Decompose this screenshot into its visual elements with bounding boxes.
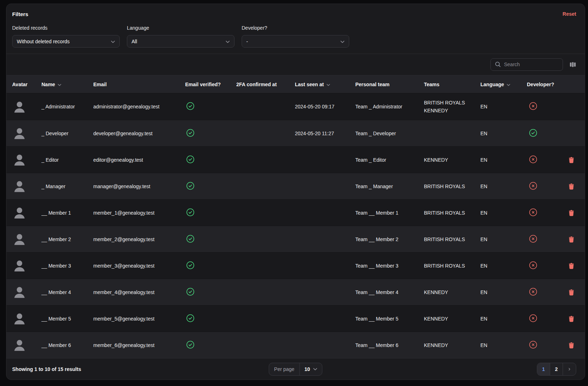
cell-teams: KENNEDY (424, 341, 480, 349)
avatar (12, 285, 27, 299)
language-select[interactable]: All (127, 35, 234, 48)
email-verified-icon (186, 182, 194, 190)
per-page-label: Per page (269, 363, 300, 375)
delete-button[interactable] (568, 156, 574, 163)
developer-no-icon (529, 155, 537, 163)
table-row[interactable]: _ Manager manager@genealogy.test Team _ … (6, 173, 585, 199)
chevron-right-icon (567, 368, 572, 371)
email-verified-icon (186, 155, 194, 163)
filter-label: Deleted records (12, 25, 120, 31)
email-verified-icon (186, 261, 194, 269)
developer-no-icon (529, 102, 537, 110)
cell-email: member_5@genealogy.test (93, 316, 185, 322)
avatar (12, 99, 27, 114)
avatar (12, 205, 27, 220)
cell-email: member_2@genealogy.test (93, 236, 185, 242)
table-row[interactable]: __ Member 1 member_1@genealogy.test Team… (6, 199, 585, 226)
filters-reset-button[interactable]: Reset (563, 11, 576, 17)
avatar (12, 232, 27, 246)
developer-select[interactable]: - (242, 35, 349, 48)
table-row[interactable]: __ Member 4 member_4@genealogy.test Team… (6, 279, 585, 305)
cell-name: __ Member 3 (41, 263, 93, 269)
developer-no-icon (529, 182, 537, 190)
cell-language: EN (480, 236, 527, 242)
cell-teams: KENNEDY (424, 288, 480, 296)
table-row[interactable]: _ Developer developer@genealogy.test 202… (6, 120, 585, 146)
search-box[interactable] (490, 58, 563, 71)
table-row[interactable]: __ Member 5 member_5@genealogy.test Team… (6, 305, 585, 332)
delete-button[interactable] (568, 209, 574, 216)
cell-email: member_1@genealogy.test (93, 210, 185, 216)
cell-personal-team: Team _ Developer (355, 131, 424, 136)
pagination: 1 2 (537, 363, 576, 376)
cell-teams: BRITISH ROYALS (424, 182, 480, 190)
cell-name: _ Manager (41, 184, 93, 189)
delete-button[interactable] (568, 289, 574, 296)
page-button-2[interactable]: 2 (550, 363, 563, 375)
col-name[interactable]: Name (41, 82, 93, 87)
cell-personal-team: Team __ Member 3 (355, 263, 424, 269)
delete-button[interactable] (568, 236, 574, 243)
cell-email: administrator@genealogy.test (93, 104, 185, 109)
select-value: - (246, 39, 248, 44)
cell-personal-team: Team _ Editor (355, 157, 424, 163)
developer-yes-icon (529, 129, 537, 137)
table-row[interactable]: __ Member 2 member_2@genealogy.test Team… (6, 226, 585, 252)
col-email-verified: Email verified? (185, 82, 236, 87)
per-page-select[interactable]: 10 (300, 363, 322, 375)
chevron-down-icon (226, 38, 230, 45)
delete-button[interactable] (568, 183, 574, 190)
results-summary: Showing 1 to 10 of 15 results (12, 366, 81, 372)
delete-button[interactable] (568, 342, 574, 349)
avatar (12, 179, 27, 194)
cell-name: __ Member 2 (41, 236, 93, 242)
search-icon (495, 61, 501, 68)
cell-email: developer@genealogy.test (93, 131, 185, 136)
developer-no-icon (529, 288, 537, 296)
cell-language: EN (480, 316, 527, 322)
table-row[interactable]: __ Member 6 member_6@genealogy.test Team… (6, 332, 585, 358)
delete-button[interactable] (568, 315, 574, 322)
cell-personal-team: Team __ Member 6 (355, 342, 424, 348)
trash-icon (568, 262, 574, 269)
email-verified-icon (186, 208, 194, 216)
sort-chevron-icon (326, 82, 330, 87)
col-language[interactable]: Language (480, 82, 527, 87)
col-avatar: Avatar (6, 82, 41, 87)
select-value: All (132, 39, 137, 44)
col-2fa-confirmed: 2FA confirmed at (236, 82, 295, 87)
email-verified-icon (186, 314, 194, 322)
next-page-button[interactable] (563, 363, 576, 375)
cell-name: __ Member 1 (41, 210, 93, 216)
email-verified-icon (186, 288, 194, 296)
cell-personal-team: Team __ Member 1 (355, 210, 424, 216)
table-row[interactable]: __ Member 3 member_3@genealogy.test Team… (6, 252, 585, 279)
sort-chevron-icon (507, 82, 510, 87)
cell-language: EN (480, 263, 527, 269)
cell-name: __ Member 6 (41, 342, 93, 348)
cell-personal-team: Team __ Member 5 (355, 316, 424, 322)
cell-language: EN (480, 131, 527, 136)
trash-icon (568, 289, 574, 296)
avatar (12, 258, 27, 273)
filter-developer: Developer? - (242, 25, 349, 48)
table-toolbar (6, 54, 585, 75)
search-input[interactable] (504, 62, 559, 67)
table-row[interactable]: _ Editor editor@genealogy.test Team _ Ed… (6, 146, 585, 173)
cell-personal-team: Team __ Member 4 (355, 289, 424, 295)
column-toggle-button[interactable] (569, 61, 576, 68)
cell-email: editor@genealogy.test (93, 157, 185, 163)
col-personal-team: Personal team (355, 82, 424, 87)
trash-icon (568, 315, 574, 322)
table-footer: Showing 1 to 10 of 15 results Per page 1… (6, 358, 585, 380)
select-value: Without deleted records (17, 39, 70, 44)
developer-no-icon (529, 341, 537, 349)
page-button-1[interactable]: 1 (537, 363, 550, 375)
cell-name: __ Member 4 (41, 289, 93, 295)
col-last-seen[interactable]: Last seen at (295, 82, 355, 87)
delete-button[interactable] (568, 262, 574, 269)
deleted-records-select[interactable]: Without deleted records (12, 35, 120, 48)
chevron-down-icon (340, 38, 345, 45)
table-row[interactable]: _ Administrator administrator@genealogy.… (6, 93, 585, 120)
users-table-panel: Filters Reset Deleted records Without de… (6, 4, 585, 380)
